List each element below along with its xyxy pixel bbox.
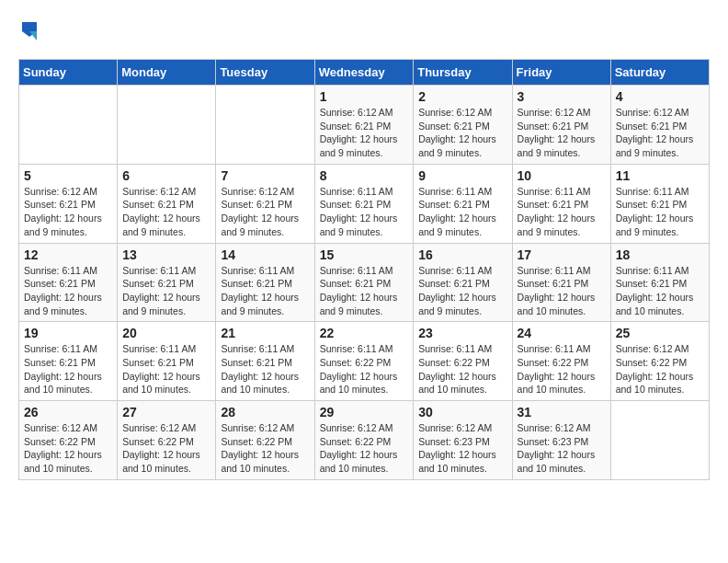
calendar-cell: 12Sunrise: 6:11 AM Sunset: 6:21 PM Dayli… [19,243,118,322]
calendar-cell: 11Sunrise: 6:11 AM Sunset: 6:21 PM Dayli… [610,164,709,243]
day-info: Sunrise: 6:11 AM Sunset: 6:21 PM Dayligh… [320,185,409,239]
day-number: 11 [616,168,704,183]
calendar-cell: 10Sunrise: 6:11 AM Sunset: 6:21 PM Dayli… [512,164,610,243]
calendar-cell: 8Sunrise: 6:11 AM Sunset: 6:21 PM Daylig… [314,164,414,243]
calendar-cell: 29Sunrise: 6:12 AM Sunset: 6:22 PM Dayli… [314,401,414,480]
page-header [18,18,710,44]
day-number: 28 [221,405,309,419]
calendar-week-row: 1Sunrise: 6:12 AM Sunset: 6:21 PM Daylig… [19,86,710,165]
calendar-cell: 21Sunrise: 6:11 AM Sunset: 6:21 PM Dayli… [216,322,314,401]
calendar-cell: 31Sunrise: 6:12 AM Sunset: 6:23 PM Dayli… [512,401,610,480]
day-number: 1 [320,89,409,104]
calendar-cell: 26Sunrise: 6:12 AM Sunset: 6:22 PM Dayli… [19,401,118,480]
calendar-cell: 18Sunrise: 6:11 AM Sunset: 6:21 PM Dayli… [610,243,709,322]
day-number: 8 [320,168,409,183]
day-info: Sunrise: 6:12 AM Sunset: 6:21 PM Dayligh… [518,106,606,160]
calendar-table: SundayMondayTuesdayWednesdayThursdayFrid… [18,59,710,480]
day-number: 9 [418,168,506,183]
calendar-cell: 24Sunrise: 6:11 AM Sunset: 6:22 PM Dayli… [512,322,610,401]
day-info: Sunrise: 6:11 AM Sunset: 6:21 PM Dayligh… [320,264,409,318]
day-info: Sunrise: 6:11 AM Sunset: 6:21 PM Dayligh… [122,342,210,396]
day-info: Sunrise: 6:11 AM Sunset: 6:21 PM Dayligh… [24,342,112,396]
day-info: Sunrise: 6:11 AM Sunset: 6:21 PM Dayligh… [616,185,704,239]
calendar-cell: 6Sunrise: 6:12 AM Sunset: 6:21 PM Daylig… [118,164,216,243]
calendar-cell: 5Sunrise: 6:12 AM Sunset: 6:21 PM Daylig… [19,164,118,243]
calendar-cell: 13Sunrise: 6:11 AM Sunset: 6:21 PM Dayli… [118,243,216,322]
day-info: Sunrise: 6:11 AM Sunset: 6:21 PM Dayligh… [122,264,210,318]
day-info: Sunrise: 6:11 AM Sunset: 6:21 PM Dayligh… [518,264,606,318]
calendar-cell: 15Sunrise: 6:11 AM Sunset: 6:21 PM Dayli… [314,243,414,322]
day-number: 13 [122,247,210,262]
day-info: Sunrise: 6:12 AM Sunset: 6:22 PM Dayligh… [24,421,112,476]
day-number: 29 [320,405,409,419]
day-number: 14 [221,247,309,262]
calendar-header-thursday: Thursday [414,60,512,86]
day-number: 26 [24,405,112,419]
calendar-cell: 9Sunrise: 6:11 AM Sunset: 6:21 PM Daylig… [414,164,512,243]
day-number: 19 [24,326,112,340]
calendar-cell [216,86,314,165]
day-info: Sunrise: 6:12 AM Sunset: 6:22 PM Dayligh… [221,421,309,476]
calendar-cell: 20Sunrise: 6:11 AM Sunset: 6:21 PM Dayli… [118,322,216,401]
calendar-cell: 2Sunrise: 6:12 AM Sunset: 6:21 PM Daylig… [414,86,512,165]
calendar-header-wednesday: Wednesday [314,60,414,86]
calendar-header-monday: Monday [118,60,216,86]
day-info: Sunrise: 6:12 AM Sunset: 6:22 PM Dayligh… [616,342,704,396]
day-number: 6 [122,168,210,183]
day-info: Sunrise: 6:12 AM Sunset: 6:21 PM Dayligh… [24,185,112,239]
calendar-cell [610,401,709,480]
calendar-cell: 4Sunrise: 6:12 AM Sunset: 6:21 PM Daylig… [610,86,709,165]
day-info: Sunrise: 6:12 AM Sunset: 6:21 PM Dayligh… [221,185,309,239]
calendar-header-sunday: Sunday [19,60,118,86]
day-number: 24 [518,326,606,340]
calendar-header-row: SundayMondayTuesdayWednesdayThursdayFrid… [19,60,710,86]
calendar-cell: 25Sunrise: 6:12 AM Sunset: 6:22 PM Dayli… [610,322,709,401]
day-info: Sunrise: 6:12 AM Sunset: 6:22 PM Dayligh… [122,421,210,476]
calendar-cell [19,86,118,165]
calendar-cell: 3Sunrise: 6:12 AM Sunset: 6:21 PM Daylig… [512,86,610,165]
day-info: Sunrise: 6:11 AM Sunset: 6:21 PM Dayligh… [616,264,704,318]
day-number: 15 [320,247,409,262]
day-number: 17 [518,247,606,262]
day-info: Sunrise: 6:12 AM Sunset: 6:21 PM Dayligh… [616,106,704,160]
calendar-cell: 30Sunrise: 6:12 AM Sunset: 6:23 PM Dayli… [414,401,512,480]
day-number: 12 [24,247,112,262]
calendar-cell: 7Sunrise: 6:12 AM Sunset: 6:21 PM Daylig… [216,164,314,243]
calendar-cell: 27Sunrise: 6:12 AM Sunset: 6:22 PM Dayli… [118,401,216,480]
calendar-header-saturday: Saturday [610,60,709,86]
day-number: 18 [616,247,704,262]
logo [18,18,44,44]
day-info: Sunrise: 6:11 AM Sunset: 6:21 PM Dayligh… [418,264,506,318]
day-number: 5 [24,168,112,183]
calendar-header-friday: Friday [512,60,610,86]
calendar-week-row: 26Sunrise: 6:12 AM Sunset: 6:22 PM Dayli… [19,401,710,480]
day-number: 16 [418,247,506,262]
calendar-cell: 22Sunrise: 6:11 AM Sunset: 6:22 PM Dayli… [314,322,414,401]
logo-icon [18,18,40,44]
calendar-week-row: 19Sunrise: 6:11 AM Sunset: 6:21 PM Dayli… [19,322,710,401]
calendar-header-tuesday: Tuesday [216,60,314,86]
day-info: Sunrise: 6:12 AM Sunset: 6:23 PM Dayligh… [418,421,506,476]
day-info: Sunrise: 6:12 AM Sunset: 6:23 PM Dayligh… [518,421,606,476]
day-number: 7 [221,168,309,183]
day-info: Sunrise: 6:12 AM Sunset: 6:22 PM Dayligh… [320,421,409,476]
day-number: 2 [418,89,506,104]
calendar-cell: 23Sunrise: 6:11 AM Sunset: 6:22 PM Dayli… [414,322,512,401]
calendar-week-row: 12Sunrise: 6:11 AM Sunset: 6:21 PM Dayli… [19,243,710,322]
calendar-cell: 17Sunrise: 6:11 AM Sunset: 6:21 PM Dayli… [512,243,610,322]
day-number: 25 [616,326,704,340]
calendar-cell: 16Sunrise: 6:11 AM Sunset: 6:21 PM Dayli… [414,243,512,322]
day-number: 27 [122,405,210,419]
day-info: Sunrise: 6:11 AM Sunset: 6:21 PM Dayligh… [418,185,506,239]
day-number: 21 [221,326,309,340]
calendar-week-row: 5Sunrise: 6:12 AM Sunset: 6:21 PM Daylig… [19,164,710,243]
day-info: Sunrise: 6:11 AM Sunset: 6:22 PM Dayligh… [518,342,606,396]
calendar-cell: 28Sunrise: 6:12 AM Sunset: 6:22 PM Dayli… [216,401,314,480]
calendar-cell: 1Sunrise: 6:12 AM Sunset: 6:21 PM Daylig… [314,86,414,165]
day-number: 20 [122,326,210,340]
day-info: Sunrise: 6:11 AM Sunset: 6:21 PM Dayligh… [221,264,309,318]
calendar-cell: 14Sunrise: 6:11 AM Sunset: 6:21 PM Dayli… [216,243,314,322]
day-info: Sunrise: 6:11 AM Sunset: 6:21 PM Dayligh… [24,264,112,318]
day-info: Sunrise: 6:12 AM Sunset: 6:21 PM Dayligh… [320,106,409,160]
day-info: Sunrise: 6:11 AM Sunset: 6:22 PM Dayligh… [320,342,409,396]
